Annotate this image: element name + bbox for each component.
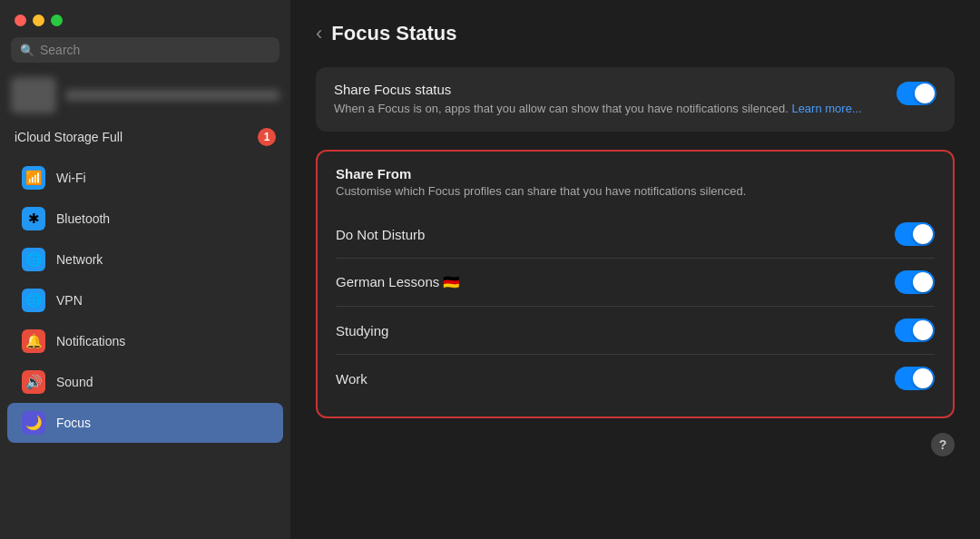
user-section — [0, 70, 290, 121]
minimize-button[interactable] — [33, 15, 44, 26]
share-focus-card: Share Focus status When a Focus is on, a… — [316, 67, 955, 132]
icloud-badge: 1 — [258, 128, 276, 146]
card-row: Share Focus status When a Focus is on, a… — [334, 82, 936, 117]
sidebar-item-bluetooth[interactable]: ✱ Bluetooth — [7, 199, 283, 239]
share-from-section: Share From Customise which Focus profile… — [316, 150, 955, 418]
maximize-button[interactable] — [51, 15, 63, 26]
user-info — [65, 90, 279, 101]
focus-icon: 🌙 — [22, 411, 45, 435]
sidebar-item-network[interactable]: 🌐 Network — [7, 240, 283, 279]
toggle-german-lessons[interactable] — [895, 270, 935, 294]
back-button[interactable]: ‹ — [316, 24, 322, 44]
close-button[interactable] — [15, 15, 26, 26]
sound-icon: 🔊 — [22, 370, 45, 394]
option-label-work: Work — [336, 371, 368, 387]
page-title: Focus Status — [331, 22, 456, 45]
sidebar-item-vpn[interactable]: 🌐 VPN — [7, 280, 283, 320]
search-bar[interactable]: 🔍 — [11, 37, 279, 63]
share-focus-title: Share Focus status — [334, 82, 878, 97]
sidebar-label-network: Network — [56, 252, 103, 267]
share-focus-toggle[interactable] — [897, 82, 936, 105]
vpn-icon: 🌐 — [22, 289, 45, 312]
option-label-studying: Studying — [336, 323, 388, 338]
bluetooth-icon: ✱ — [22, 207, 45, 230]
section-header: Share From Customise which Focus profile… — [336, 166, 935, 198]
option-label-german-lessons: German Lessons 🇩🇪 — [336, 274, 460, 290]
sidebar-item-wifi[interactable]: 📶 Wi-Fi — [7, 158, 283, 198]
sidebar-item-focus[interactable]: 🌙 Focus — [7, 403, 283, 443]
search-input[interactable] — [40, 43, 270, 57]
sidebar-label-wifi: Wi-Fi — [56, 171, 86, 185]
page-header: ‹ Focus Status — [316, 22, 955, 45]
sidebar-item-notifications[interactable]: 🔔 Notifications — [7, 321, 283, 361]
share-from-title: Share From — [336, 166, 935, 181]
option-studying: Studying — [336, 306, 935, 354]
sidebar-label-bluetooth: Bluetooth — [56, 211, 110, 226]
option-label-do-not-disturb: Do Not Disturb — [336, 227, 425, 242]
traffic-lights — [15, 15, 63, 26]
option-list: Do Not Disturb German Lessons 🇩🇪 Studyin… — [336, 211, 935, 402]
share-focus-desc-text: When a Focus is on, apps that you allow … — [334, 102, 791, 115]
help-button[interactable]: ? — [931, 433, 955, 456]
share-focus-desc: When a Focus is on, apps that you allow … — [334, 101, 878, 117]
option-do-not-disturb: Do Not Disturb — [336, 211, 935, 258]
sidebar-label-vpn: VPN — [56, 293, 83, 308]
sidebar-nav: 📶 Wi-Fi ✱ Bluetooth 🌐 Network 🌐 VPN 🔔 No… — [0, 153, 290, 539]
sidebar-label-sound: Sound — [56, 375, 93, 389]
toggle-work[interactable] — [895, 367, 935, 390]
card-content: Share Focus status When a Focus is on, a… — [334, 82, 878, 117]
sidebar-label-focus: Focus — [56, 416, 91, 430]
titlebar — [0, 0, 290, 37]
toggle-studying[interactable] — [895, 318, 935, 342]
main-content: ‹ Focus Status Share Focus status When a… — [290, 0, 980, 539]
network-icon: 🌐 — [22, 248, 45, 271]
option-work: Work — [336, 354, 935, 402]
toggle-do-not-disturb[interactable] — [895, 222, 935, 246]
option-german-lessons: German Lessons 🇩🇪 — [336, 258, 935, 306]
sidebar-label-notifications: Notifications — [56, 334, 125, 348]
wifi-icon: 📶 — [22, 166, 45, 190]
help-area: ? — [316, 433, 955, 456]
notifications-icon: 🔔 — [22, 329, 45, 353]
avatar — [11, 77, 56, 113]
learn-more-link[interactable]: Learn more... — [791, 102, 861, 115]
search-icon: 🔍 — [20, 44, 34, 57]
sidebar-item-sound[interactable]: 🔊 Sound — [7, 362, 283, 402]
share-from-desc: Customise which Focus profiles can share… — [336, 184, 935, 198]
sidebar: 🔍 iCloud Storage Full 1 📶 Wi-Fi ✱ Blueto… — [0, 0, 290, 539]
icloud-label: iCloud Storage Full — [15, 130, 122, 144]
icloud-banner[interactable]: iCloud Storage Full 1 — [11, 126, 279, 148]
